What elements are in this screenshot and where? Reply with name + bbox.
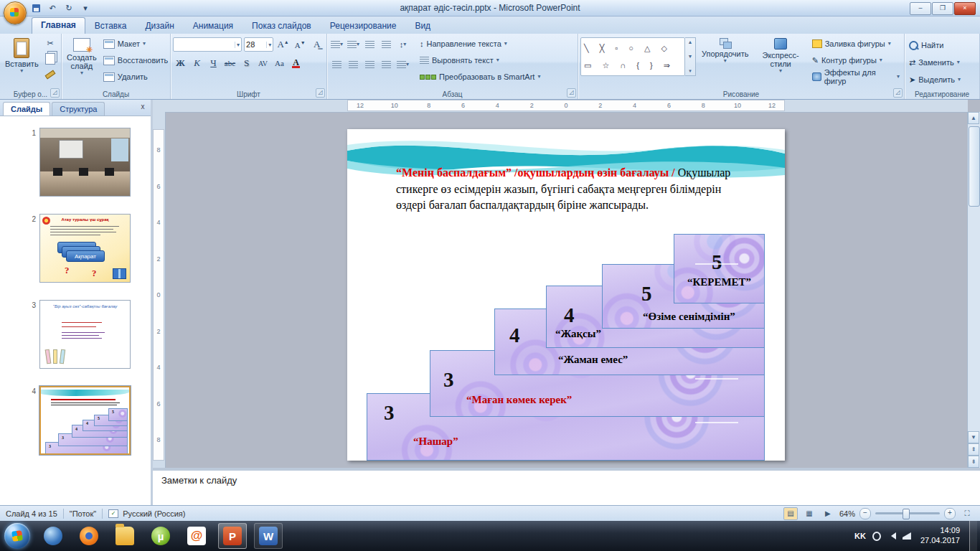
quick-styles-button[interactable]: Экспресс-стили ▾ — [754, 36, 806, 88]
clipboard-dialog-launcher[interactable]: ◿ — [50, 88, 60, 98]
clear-formatting-button[interactable]: А͇ — [309, 37, 324, 52]
font-size-combo[interactable]: 28 ▾ — [244, 37, 273, 52]
slide-title-block[interactable]: “Менің баспалдағым” /оқушылардың өзін ба… — [396, 165, 737, 214]
thumbnail-slide-3[interactable]: "Бір ауыз сөз"-сабақты бағалау — [39, 300, 131, 369]
save-button[interactable] — [29, 1, 43, 14]
start-button[interactable] — [4, 523, 30, 549]
text-direction-button[interactable]: ↕ Направление текста ▾ — [418, 36, 542, 52]
shape-fill-button[interactable]: Заливка фигуры ▾ — [810, 36, 902, 52]
panel-close-button[interactable]: x — [138, 103, 148, 110]
shapes-gallery[interactable]: ╲ ╳ ▫ ○ △ ◇ ▭ ☆ ∩ { } ⇒ — [580, 37, 685, 76]
drawing-dialog-launcher[interactable]: ◿ — [893, 88, 903, 98]
align-right-button[interactable] — [362, 57, 377, 72]
scrollbar-thumb[interactable] — [969, 126, 980, 207]
language-indicator[interactable]: Русский (Россия) — [123, 509, 185, 518]
shapes-row-2[interactable]: ▭ ☆ ∩ { } ⇒ — [584, 61, 682, 70]
panel-splitter[interactable] — [151, 100, 153, 505]
qat-dropdown-button[interactable]: ▾ — [78, 1, 93, 14]
shapes-scroll-down-icon[interactable]: ▼ — [688, 54, 693, 59]
clock[interactable]: 14:09 27.04.2017 — [920, 526, 960, 546]
thumbnail-row-3[interactable]: 3 "Бір ауыз сөз"-сабақты бағалау — [29, 300, 151, 369]
maximize-button[interactable]: ❐ — [932, 2, 953, 15]
office-button[interactable] — [4, 1, 27, 24]
scroll-down-button[interactable]: ▼ — [968, 431, 979, 443]
taskbar-mail-agent-button[interactable]: @ — [182, 523, 211, 549]
shapes-row-1[interactable]: ╲ ╳ ▫ ○ △ ◇ — [584, 44, 682, 53]
arrange-button[interactable]: Упорядочить ▾ — [699, 36, 751, 88]
line-spacing-button[interactable]: ↕▾ — [395, 37, 410, 52]
underline-button[interactable]: Ч — [206, 56, 221, 70]
shapes-scroll-up-icon[interactable]: ▲ — [688, 39, 693, 44]
spellcheck-button[interactable]: ✓ — [108, 509, 118, 518]
normal-view-button[interactable]: ▤ — [783, 507, 798, 520]
align-left-button[interactable] — [329, 57, 344, 72]
notes-placeholder[interactable]: Заметки к слайду — [153, 471, 980, 486]
increase-indent-button[interactable] — [379, 37, 394, 52]
shape-outline-button[interactable]: ✎ Контур фигуры ▾ — [810, 52, 902, 68]
text-shadow-button[interactable]: S — [239, 56, 254, 70]
convert-smartart-button[interactable]: Преобразовать в SmartArt ▾ — [418, 69, 542, 85]
bullets-button[interactable]: ▾ — [329, 37, 344, 52]
justify-button[interactable] — [379, 57, 394, 72]
tab-slides-thumbnails[interactable]: Слайды — [3, 102, 50, 116]
thumbnail-slide-2[interactable]: Атау туралы үш сұрақ Ақпарат ? ? — [39, 214, 131, 283]
thumbnail-slide-4-selected[interactable]: 3 3 4 4 5 5 — [39, 386, 131, 455]
paste-button[interactable]: Вставить ▾ — [2, 36, 42, 88]
character-spacing-button[interactable]: AV — [255, 56, 270, 70]
volume-button[interactable] — [887, 532, 896, 540]
tab-home[interactable]: Главная — [32, 17, 85, 34]
reset-button[interactable]: Восстановить — [101, 52, 170, 68]
taskbar-explorer-button[interactable] — [39, 523, 67, 549]
slide-sorter-view-button[interactable]: ▦ — [802, 507, 816, 520]
tab-animation[interactable]: Анимация — [184, 18, 242, 34]
zoom-slider[interactable] — [875, 512, 940, 514]
scroll-up-button[interactable]: ▲ — [968, 112, 979, 124]
slide-4[interactable]: “Менің баспалдағым” /оқушылардың өзін ба… — [347, 129, 785, 461]
taskbar-powerpoint-button[interactable]: P — [218, 523, 247, 549]
layout-button[interactable]: Макет ▾ — [101, 36, 170, 52]
tab-view[interactable]: Вид — [405, 18, 440, 34]
network-button[interactable] — [903, 532, 911, 540]
font-name-combo[interactable]: ▾ — [173, 37, 242, 52]
new-slide-button[interactable]: ✳ Создать слайд ▾ — [64, 36, 100, 88]
show-desktop-button[interactable] — [969, 521, 977, 551]
next-slide-button[interactable]: ⇟ — [968, 456, 979, 468]
format-painter-button[interactable] — [43, 67, 58, 82]
close-button[interactable]: × — [954, 2, 976, 15]
shapes-gallery-more-icon[interactable]: ▾ — [689, 68, 692, 74]
thumbnail-row-2[interactable]: 2 Атау туралы үш сұрақ Ақпарат ? ? — [29, 214, 151, 283]
bold-button[interactable]: Ж — [173, 56, 188, 70]
change-case-button[interactable]: Aa — [272, 56, 287, 70]
fit-to-window-button[interactable]: ⛶ — [960, 507, 974, 520]
paragraph-dialog-launcher[interactable]: ◿ — [567, 88, 576, 98]
redo-button[interactable]: ↻ — [62, 1, 76, 14]
shrink-font-button[interactable]: А▼ — [293, 37, 308, 52]
cut-button[interactable]: ✂ — [43, 36, 58, 50]
replace-button[interactable]: ⇄ Заменить ▾ — [907, 55, 977, 70]
vertical-scrollbar[interactable]: ▲ ▼ ⇞ ⇟ — [967, 112, 980, 468]
step-shape-6[interactable]: 5 “КЕРЕМЕТ” — [674, 234, 765, 303]
grow-font-button[interactable]: А▲ — [275, 37, 291, 52]
font-dialog-launcher[interactable]: ◿ — [316, 88, 325, 98]
align-center-button[interactable] — [346, 57, 361, 72]
minimize-button[interactable]: – — [910, 2, 931, 15]
tab-outline[interactable]: Структура — [52, 102, 105, 116]
font-color-button[interactable]: А — [288, 56, 303, 70]
columns-button[interactable]: ▾ — [395, 57, 410, 72]
strikethrough-button[interactable]: abc — [222, 56, 237, 70]
undo-button[interactable]: ↶ — [45, 1, 60, 14]
slideshow-view-button[interactable]: ▶ — [821, 507, 835, 520]
thumbnail-row-4[interactable]: 4 3 3 4 4 5 5 — [29, 386, 151, 455]
thumbnail-row-1[interactable]: 1 — [29, 128, 151, 197]
zoom-level[interactable]: 64% — [839, 509, 855, 518]
tab-review[interactable]: Рецензирование — [321, 18, 406, 34]
delete-button[interactable]: Удалить — [101, 69, 170, 85]
taskbar-browser-button[interactable] — [75, 523, 103, 549]
tab-slideshow[interactable]: Показ слайдов — [242, 18, 321, 34]
taskbar-folder-button[interactable] — [110, 523, 139, 549]
align-text-button[interactable]: Выровнять текст ▾ — [418, 52, 542, 68]
shape-effects-button[interactable]: Эффекты для фигур ▾ — [810, 69, 902, 85]
tray-app-icon[interactable] — [872, 532, 881, 540]
zoom-slider-thumb[interactable] — [903, 509, 910, 519]
tab-design[interactable]: Дизайн — [136, 18, 183, 34]
